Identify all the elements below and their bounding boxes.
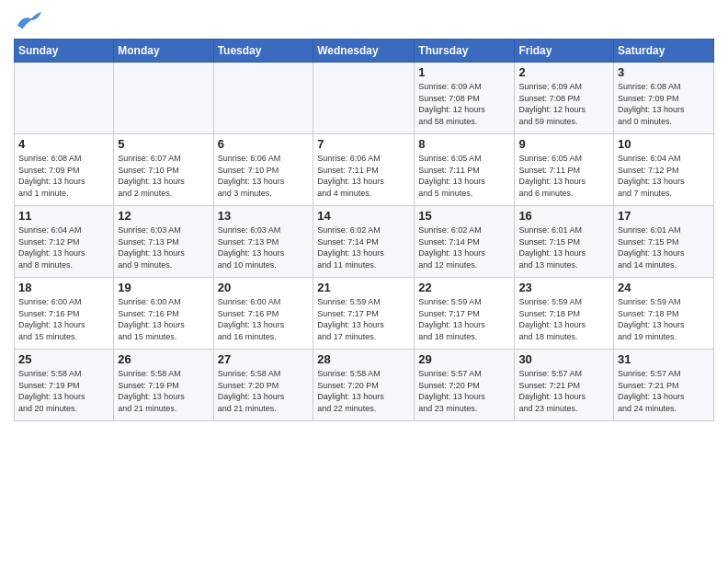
day-number: 20: [218, 281, 310, 294]
day-number: 28: [317, 352, 410, 366]
calendar-cell: [213, 63, 313, 134]
day-number: 22: [418, 281, 510, 294]
calendar-cell: 29Sunrise: 5:57 AMSunset: 7:20 PMDayligh…: [415, 350, 515, 421]
day-detail: Sunrise: 6:04 AMSunset: 7:12 PMDaylight:…: [18, 224, 109, 270]
calendar-cell: [15, 63, 114, 134]
calendar-cell: 28Sunrise: 5:58 AMSunset: 7:20 PMDayligh…: [313, 350, 415, 421]
calendar-cell: 5Sunrise: 6:07 AMSunset: 7:10 PMDaylight…: [114, 134, 213, 206]
logo-text: [14, 9, 43, 31]
day-detail: Sunrise: 5:59 AMSunset: 7:17 PMDaylight:…: [317, 296, 410, 342]
day-number: 19: [118, 281, 209, 294]
calendar-cell: 15Sunrise: 6:02 AMSunset: 7:14 PMDayligh…: [415, 206, 515, 278]
calendar-cell: 19Sunrise: 6:00 AMSunset: 7:16 PMDayligh…: [114, 278, 213, 350]
calendar-cell: 31Sunrise: 5:57 AMSunset: 7:21 PMDayligh…: [614, 350, 714, 421]
day-detail: Sunrise: 5:59 AMSunset: 7:18 PMDaylight:…: [518, 296, 609, 342]
day-detail: Sunrise: 5:59 AMSunset: 7:17 PMDaylight:…: [418, 296, 510, 342]
day-detail: Sunrise: 6:06 AMSunset: 7:10 PMDaylight:…: [218, 153, 310, 199]
weekday-header-saturday: Saturday: [614, 40, 714, 63]
day-number: 23: [518, 281, 609, 294]
day-detail: Sunrise: 5:57 AMSunset: 7:21 PMDaylight:…: [518, 368, 609, 414]
day-detail: Sunrise: 6:01 AMSunset: 7:15 PMDaylight:…: [518, 224, 609, 270]
day-detail: Sunrise: 5:58 AMSunset: 7:20 PMDaylight:…: [218, 368, 310, 414]
day-number: 5: [118, 137, 209, 151]
day-detail: Sunrise: 6:08 AMSunset: 7:09 PMDaylight:…: [18, 153, 109, 199]
day-detail: Sunrise: 5:58 AMSunset: 7:20 PMDaylight:…: [317, 368, 410, 414]
calendar-cell: 23Sunrise: 5:59 AMSunset: 7:18 PMDayligh…: [515, 278, 614, 350]
day-number: 14: [317, 209, 410, 223]
calendar-cell: 9Sunrise: 6:05 AMSunset: 7:11 PMDaylight…: [515, 134, 614, 206]
calendar-cell: 10Sunrise: 6:04 AMSunset: 7:12 PMDayligh…: [614, 134, 714, 206]
calendar-cell: 24Sunrise: 5:59 AMSunset: 7:18 PMDayligh…: [614, 278, 714, 350]
day-detail: Sunrise: 5:59 AMSunset: 7:18 PMDaylight:…: [618, 296, 710, 342]
day-detail: Sunrise: 5:57 AMSunset: 7:21 PMDaylight:…: [618, 368, 710, 414]
calendar-week-2: 4Sunrise: 6:08 AMSunset: 7:09 PMDaylight…: [15, 134, 714, 206]
day-detail: Sunrise: 6:06 AMSunset: 7:11 PMDaylight:…: [317, 153, 410, 199]
day-number: 3: [618, 65, 710, 79]
day-detail: Sunrise: 6:08 AMSunset: 7:09 PMDaylight:…: [618, 81, 710, 127]
day-number: 30: [518, 352, 609, 366]
day-number: 15: [418, 209, 510, 223]
day-detail: Sunrise: 6:05 AMSunset: 7:11 PMDaylight:…: [418, 153, 510, 199]
calendar-cell: 20Sunrise: 6:00 AMSunset: 7:16 PMDayligh…: [213, 278, 313, 350]
day-detail: Sunrise: 6:03 AMSunset: 7:13 PMDaylight:…: [218, 224, 310, 270]
day-detail: Sunrise: 6:05 AMSunset: 7:11 PMDaylight:…: [518, 153, 609, 199]
day-number: 17: [618, 209, 710, 223]
calendar-cell: 30Sunrise: 5:57 AMSunset: 7:21 PMDayligh…: [515, 350, 614, 421]
day-detail: Sunrise: 6:02 AMSunset: 7:14 PMDaylight:…: [317, 224, 410, 270]
day-number: 6: [218, 137, 310, 151]
day-number: 21: [317, 281, 410, 294]
calendar-cell: 27Sunrise: 5:58 AMSunset: 7:20 PMDayligh…: [213, 350, 313, 421]
day-number: 1: [418, 65, 510, 79]
day-number: 8: [418, 137, 510, 151]
calendar-cell: 13Sunrise: 6:03 AMSunset: 7:13 PMDayligh…: [213, 206, 313, 278]
day-detail: Sunrise: 6:01 AMSunset: 7:15 PMDaylight:…: [618, 224, 710, 270]
calendar-cell: 11Sunrise: 6:04 AMSunset: 7:12 PMDayligh…: [15, 206, 114, 278]
day-number: 29: [418, 352, 510, 366]
calendar-week-1: 1Sunrise: 6:09 AMSunset: 7:08 PMDaylight…: [15, 63, 714, 134]
calendar-cell: 21Sunrise: 5:59 AMSunset: 7:17 PMDayligh…: [313, 278, 415, 350]
day-detail: Sunrise: 6:00 AMSunset: 7:16 PMDaylight:…: [218, 296, 310, 342]
calendar-cell: 18Sunrise: 6:00 AMSunset: 7:16 PMDayligh…: [15, 278, 114, 350]
day-detail: Sunrise: 5:58 AMSunset: 7:19 PMDaylight:…: [118, 368, 209, 414]
calendar-cell: 26Sunrise: 5:58 AMSunset: 7:19 PMDayligh…: [114, 350, 213, 421]
calendar-table: SundayMondayTuesdayWednesdayThursdayFrid…: [14, 39, 714, 421]
day-number: 13: [218, 209, 310, 223]
day-number: 16: [518, 209, 609, 223]
day-number: 25: [18, 352, 109, 366]
logo: [14, 9, 43, 31]
day-number: 2: [518, 65, 609, 79]
day-number: 24: [618, 281, 710, 294]
day-detail: Sunrise: 6:07 AMSunset: 7:10 PMDaylight:…: [118, 153, 209, 199]
calendar-cell: 22Sunrise: 5:59 AMSunset: 7:17 PMDayligh…: [415, 278, 515, 350]
calendar-cell: 3Sunrise: 6:08 AMSunset: 7:09 PMDaylight…: [614, 63, 714, 134]
calendar-cell: 4Sunrise: 6:08 AMSunset: 7:09 PMDaylight…: [15, 134, 114, 206]
calendar-cell: 2Sunrise: 6:09 AMSunset: 7:08 PMDaylight…: [515, 63, 614, 134]
day-detail: Sunrise: 6:09 AMSunset: 7:08 PMDaylight:…: [418, 81, 510, 127]
header: [14, 9, 714, 31]
calendar-week-3: 11Sunrise: 6:04 AMSunset: 7:12 PMDayligh…: [15, 206, 714, 278]
day-number: 26: [118, 352, 209, 366]
day-number: 7: [317, 137, 410, 151]
day-number: 31: [618, 352, 710, 366]
calendar-cell: 16Sunrise: 6:01 AMSunset: 7:15 PMDayligh…: [515, 206, 614, 278]
calendar-cell: 1Sunrise: 6:09 AMSunset: 7:08 PMDaylight…: [415, 63, 515, 134]
calendar-cell: 14Sunrise: 6:02 AMSunset: 7:14 PMDayligh…: [313, 206, 415, 278]
day-number: 11: [18, 209, 109, 223]
day-number: 9: [518, 137, 609, 151]
calendar-cell: 8Sunrise: 6:05 AMSunset: 7:11 PMDaylight…: [415, 134, 515, 206]
day-number: 27: [218, 352, 310, 366]
day-detail: Sunrise: 6:04 AMSunset: 7:12 PMDaylight:…: [618, 153, 710, 199]
weekday-header-sunday: Sunday: [15, 40, 114, 63]
day-number: 4: [18, 137, 109, 151]
calendar-page: SundayMondayTuesdayWednesdayThursdayFrid…: [0, 0, 728, 563]
weekday-header-thursday: Thursday: [415, 40, 515, 63]
day-number: 18: [18, 281, 109, 294]
weekday-header-tuesday: Tuesday: [213, 40, 313, 63]
day-detail: Sunrise: 6:09 AMSunset: 7:08 PMDaylight:…: [518, 81, 609, 127]
calendar-cell: [114, 63, 213, 134]
calendar-header: SundayMondayTuesdayWednesdayThursdayFrid…: [15, 40, 714, 63]
calendar-cell: 25Sunrise: 5:58 AMSunset: 7:19 PMDayligh…: [15, 350, 114, 421]
weekday-header-monday: Monday: [114, 40, 213, 63]
calendar-cell: 12Sunrise: 6:03 AMSunset: 7:13 PMDayligh…: [114, 206, 213, 278]
day-number: 10: [618, 137, 710, 151]
